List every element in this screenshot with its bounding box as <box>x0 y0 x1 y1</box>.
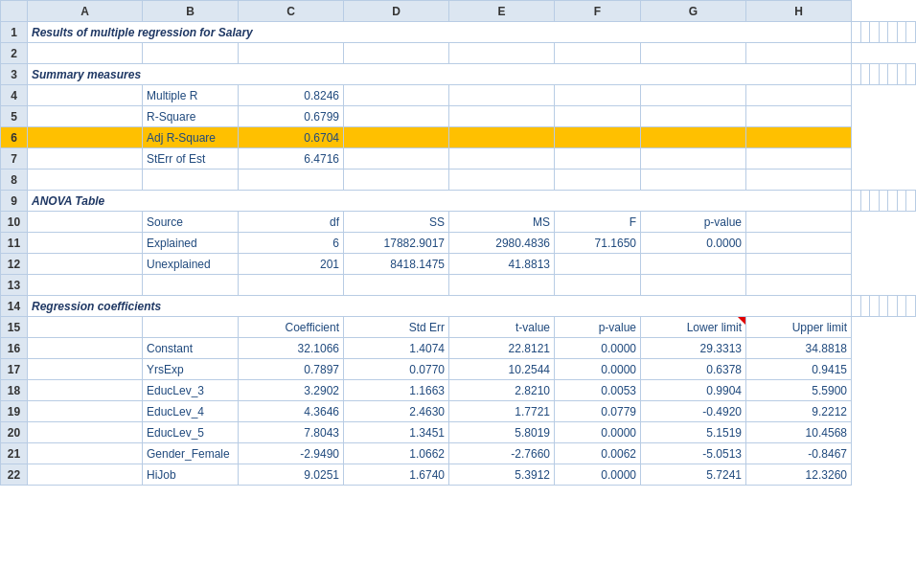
table-cell: -0.8467 <box>746 443 852 464</box>
table-cell: 0.0000 <box>555 422 641 443</box>
table-cell: Multiple R <box>143 85 239 106</box>
table-cell: 1.0662 <box>344 443 449 464</box>
table-cell <box>449 127 555 148</box>
table-cell: 0.0000 <box>641 233 746 254</box>
table-cell <box>143 275 239 296</box>
table-cell <box>746 212 852 233</box>
col-header-c: C <box>239 1 344 22</box>
table-cell <box>746 275 852 296</box>
table-row: 19EducLev_44.36462.46301.77210.0779-0.49… <box>1 401 916 422</box>
table-cell <box>555 275 641 296</box>
table-cell <box>344 127 449 148</box>
table-cell: 0.0000 <box>555 338 641 359</box>
table-cell <box>28 148 143 170</box>
table-cell <box>344 43 449 64</box>
table-cell <box>28 443 143 464</box>
table-cell <box>906 191 916 212</box>
table-cell <box>641 148 746 170</box>
table-cell: 2980.4836 <box>449 233 555 254</box>
table-row: 2 <box>1 43 916 64</box>
table-cell <box>28 275 143 296</box>
table-cell: EducLev_3 <box>143 380 239 401</box>
table-cell: 6 <box>239 233 344 254</box>
table-cell <box>28 170 143 191</box>
table-cell <box>879 64 888 85</box>
table-cell <box>888 22 898 43</box>
table-cell: 7.8043 <box>239 422 344 443</box>
table-cell: 0.0000 <box>555 464 641 486</box>
row-number: 14 <box>1 296 28 317</box>
table-row: 5R-Square0.6799 <box>1 106 916 127</box>
table-cell: 0.0062 <box>555 443 641 464</box>
table-cell <box>897 191 906 212</box>
table-cell <box>746 106 852 127</box>
row-number: 1 <box>1 22 28 43</box>
table-cell: Gender_Female <box>143 443 239 464</box>
table-cell: 8418.1475 <box>344 254 449 275</box>
table-cell <box>641 170 746 191</box>
table-row: 8 <box>1 170 916 191</box>
table-cell <box>555 43 641 64</box>
table-cell <box>555 106 641 127</box>
table-cell <box>906 22 916 43</box>
table-cell: Adj R-Square <box>143 127 239 148</box>
table-cell: p-value <box>555 317 641 338</box>
table-cell: 17882.9017 <box>344 233 449 254</box>
table-cell: HiJob <box>143 464 239 486</box>
table-cell <box>860 296 870 317</box>
table-cell <box>879 191 888 212</box>
table-cell <box>870 296 880 317</box>
table-cell: -0.4920 <box>641 401 746 422</box>
table-cell <box>746 254 852 275</box>
table-cell <box>449 275 555 296</box>
table-row: 10SourcedfSSMSFp-value <box>1 212 916 233</box>
table-cell: 0.0000 <box>555 359 641 380</box>
col-header-a: A <box>28 1 143 22</box>
table-cell <box>641 254 746 275</box>
table-cell <box>906 296 916 317</box>
table-cell: df <box>239 212 344 233</box>
table-cell <box>746 233 852 254</box>
table-cell <box>143 43 239 64</box>
col-header-f: F <box>555 1 641 22</box>
table-row: 18EducLev_33.29021.16632.82100.00530.990… <box>1 380 916 401</box>
table-cell: Explained <box>143 233 239 254</box>
table-cell: 29.3313 <box>641 338 746 359</box>
table-cell <box>870 22 880 43</box>
table-cell: -2.9490 <box>239 443 344 464</box>
table-cell: t-value <box>449 317 555 338</box>
table-cell <box>28 338 143 359</box>
row-number: 9 <box>1 191 28 212</box>
row-number: 7 <box>1 148 28 170</box>
table-cell: 0.0770 <box>344 359 449 380</box>
row-number: 3 <box>1 64 28 85</box>
table-cell <box>852 64 861 85</box>
spreadsheet-table: A B C D E F G H 1Results of multiple reg… <box>0 0 916 486</box>
table-cell <box>641 85 746 106</box>
table-row: 4Multiple R0.8246 <box>1 85 916 106</box>
table-cell <box>860 191 870 212</box>
table-cell <box>641 43 746 64</box>
table-row: 7StErr of Est6.4716 <box>1 148 916 170</box>
table-cell: 10.2544 <box>449 359 555 380</box>
table-cell <box>28 106 143 127</box>
table-cell: MS <box>449 212 555 233</box>
table-cell <box>449 43 555 64</box>
row-number: 16 <box>1 338 28 359</box>
table-cell: 0.6378 <box>641 359 746 380</box>
table-cell: Results of multiple regression for Salar… <box>28 22 852 43</box>
table-cell: -5.0513 <box>641 443 746 464</box>
table-cell: 12.3260 <box>746 464 852 486</box>
table-cell <box>860 22 870 43</box>
table-cell <box>641 106 746 127</box>
row-number: 15 <box>1 317 28 338</box>
table-cell: 10.4568 <box>746 422 852 443</box>
table-cell: 1.3451 <box>344 422 449 443</box>
table-cell <box>555 148 641 170</box>
table-cell: 0.9415 <box>746 359 852 380</box>
table-cell: Unexplained <box>143 254 239 275</box>
table-cell: 0.0779 <box>555 401 641 422</box>
table-cell: 0.0053 <box>555 380 641 401</box>
row-number: 17 <box>1 359 28 380</box>
table-cell: 41.8813 <box>449 254 555 275</box>
